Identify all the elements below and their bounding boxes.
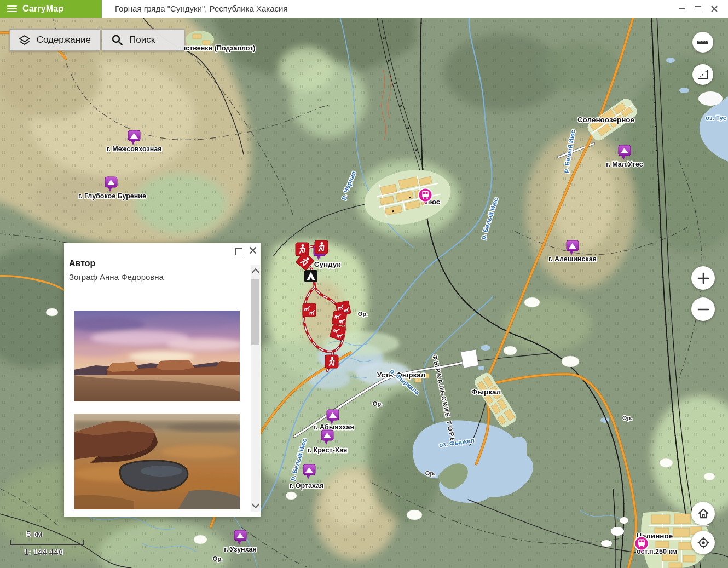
minus-icon xyxy=(697,303,710,316)
photo-hill-lake[interactable] xyxy=(74,414,240,509)
label-solenoozernoe: Соленоозерное xyxy=(577,116,635,124)
label-ortahaya: г. Ортахая xyxy=(290,482,323,490)
label-abyyahkaya: г. Абыяххая xyxy=(314,423,354,431)
label-mezhsovkhoznaya: г. Межсовхозная xyxy=(106,145,161,153)
menu-icon[interactable] xyxy=(7,5,17,12)
home-icon xyxy=(696,507,710,521)
scrollbar-thumb[interactable] xyxy=(251,279,259,345)
popup-author-name: Зограф Анна Федоровна xyxy=(69,272,164,282)
app-name: CarryMap xyxy=(22,4,63,14)
scale-distance: 5 км xyxy=(26,529,90,538)
minimize-button[interactable] xyxy=(673,2,690,16)
home-button[interactable] xyxy=(691,502,715,525)
popup-maximize-icon[interactable] xyxy=(235,248,242,255)
measure-triangle-icon xyxy=(696,68,709,81)
app-brand[interactable]: CarryMap xyxy=(0,0,102,18)
layers-icon xyxy=(19,34,31,47)
minimize-icon xyxy=(679,8,685,9)
label-listvenki: лиственки (Подзаплот) xyxy=(177,44,256,52)
label-or-1: Ор. xyxy=(358,311,368,317)
search-button-label: Поиск xyxy=(129,35,155,45)
popup-scrollbar[interactable] xyxy=(251,265,260,512)
contents-button[interactable]: Содержание xyxy=(9,29,100,51)
label-fyrkal: Фыркал xyxy=(471,388,501,396)
carrymap-window: { "window": { "app_name": "CarryMap", "t… xyxy=(0,0,728,568)
label-aleshinskaya: г. Алешинская xyxy=(548,255,597,263)
zoom-out-button[interactable] xyxy=(691,297,715,321)
locate-button[interactable] xyxy=(691,531,715,554)
contents-button-label: Содержание xyxy=(37,35,91,45)
scroll-up-icon[interactable] xyxy=(252,268,259,276)
gps-target-icon xyxy=(696,536,710,550)
label-or-2: Ор. xyxy=(373,400,383,407)
label-or-5: Ор. xyxy=(622,415,632,421)
scale-bar: 5 км 1: 144 448 xyxy=(8,529,90,556)
label-mal-utes: г. Мал.Утес xyxy=(606,160,643,168)
popup-title: Автор xyxy=(69,259,95,268)
title-bar: CarryMap Горная гряда "Сундуки", Республ… xyxy=(0,0,728,18)
label-or-4: Ор. xyxy=(213,555,223,562)
popup-close-icon[interactable] xyxy=(249,246,257,254)
window-title: Горная гряда "Сундуки", Республика Хакас… xyxy=(115,0,288,18)
maximize-button[interactable] xyxy=(690,2,706,16)
quarry-building xyxy=(461,349,479,368)
petroglyph-marker-1[interactable] xyxy=(303,303,316,317)
search-button[interactable]: Поиск xyxy=(102,29,184,51)
hiker-marker-4[interactable] xyxy=(325,355,338,368)
close-icon xyxy=(711,5,718,12)
search-icon xyxy=(111,34,123,46)
hiker-marker-2[interactable] xyxy=(315,240,328,254)
zoom-in-button[interactable] xyxy=(691,266,715,290)
scale-bar-toggle-button[interactable] xyxy=(692,32,713,53)
maximize-icon xyxy=(695,6,701,12)
label-krest-haya: г. Крест-Хая xyxy=(308,446,348,454)
measure-button[interactable] xyxy=(692,64,713,85)
label-uzunhaya: г. Узунхая xyxy=(224,546,257,553)
window-controls xyxy=(673,0,723,18)
plus-icon xyxy=(697,272,710,285)
close-button[interactable] xyxy=(706,2,723,16)
scale-bar-line xyxy=(8,540,90,546)
label-oz-tus: оз. Тус xyxy=(706,114,727,121)
photo-sunset-ridge[interactable] xyxy=(74,311,240,401)
scroll-down-icon[interactable] xyxy=(252,501,259,508)
label-or-3: Ор. xyxy=(425,470,435,477)
label-glubokoe-burenie: г. Глубокое Бурение xyxy=(78,192,146,200)
scale-ratio: 1: 144 448 xyxy=(24,547,90,556)
scale-ruler-icon xyxy=(696,36,709,49)
author-popup: Автор Зограф Анна Федоровна xyxy=(64,243,261,517)
hiker-marker-1[interactable] xyxy=(296,243,309,256)
camp-marker[interactable] xyxy=(304,270,317,282)
petroglyph-marker-3[interactable] xyxy=(332,311,347,326)
